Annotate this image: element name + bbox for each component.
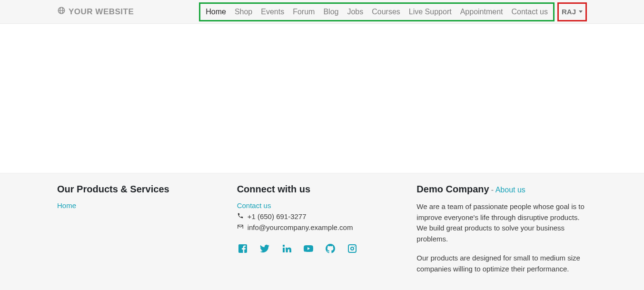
nav-events[interactable]: Events [257,8,288,16]
email-line: info@yourcompany.example.com [237,223,407,231]
products-heading: Our Products & Services [57,184,228,195]
chevron-down-icon [579,10,583,13]
main-nav: Home Shop Events Forum Blog Jobs Courses… [199,2,555,21]
email-value: info@yourcompany.example.com [248,223,353,231]
nav-blog[interactable]: Blog [319,8,343,16]
nav-shop[interactable]: Shop [230,8,257,16]
footer-link-home[interactable]: Home [57,201,76,210]
instagram-icon[interactable] [347,243,358,256]
linkedin-icon[interactable] [281,243,292,256]
footer-col-connect: Connect with us Contact us +1 (650) 691-… [237,184,407,274]
phone-line: +1 (650) 691-3277 [237,212,407,220]
company-desc-2: Our products are designed for small to m… [416,253,587,274]
footer: Our Products & Services Home Connect wit… [0,173,644,284]
company-desc-1: We are a team of passionate people whose… [416,201,587,244]
footer-col-products: Our Products & Services Home [57,184,228,274]
globe-icon [57,6,66,17]
brand-name: YOUR WEBSITE [69,7,134,17]
footer-link-contact[interactable]: Contact us [237,201,271,210]
nav-contact-us[interactable]: Contact us [507,8,552,16]
main-content [0,24,644,173]
envelope-icon [237,223,244,231]
nav-appointment[interactable]: Appointment [456,8,507,16]
about-dash: - [491,186,495,194]
user-menu[interactable]: RAJ [557,2,587,21]
footer-bottom: Copyright © Demo Company Powered by odoo… [0,284,644,290]
nav-jobs[interactable]: Jobs [343,8,367,16]
phone-icon [237,212,244,220]
brand[interactable]: YOUR WEBSITE [57,6,134,17]
nav-forum[interactable]: Forum [288,8,319,16]
nav-courses[interactable]: Courses [367,8,405,16]
about-us-link[interactable]: About us [495,186,525,194]
phone-value: +1 (650) 691-3277 [248,212,307,220]
user-name: RAJ [562,8,576,16]
footer-col-company: Demo Company - About us We are a team of… [416,184,587,274]
youtube-icon[interactable] [303,243,314,256]
social-row [237,243,407,256]
nav-live-support[interactable]: Live Support [405,8,456,16]
top-bar: YOUR WEBSITE Home Shop Events Forum Blog… [0,0,644,24]
connect-heading: Connect with us [237,184,407,195]
github-icon[interactable] [325,243,336,256]
nav-home[interactable]: Home [201,8,230,16]
facebook-icon[interactable] [237,243,248,256]
twitter-icon[interactable] [259,243,270,256]
company-heading: Demo Company [416,184,489,194]
